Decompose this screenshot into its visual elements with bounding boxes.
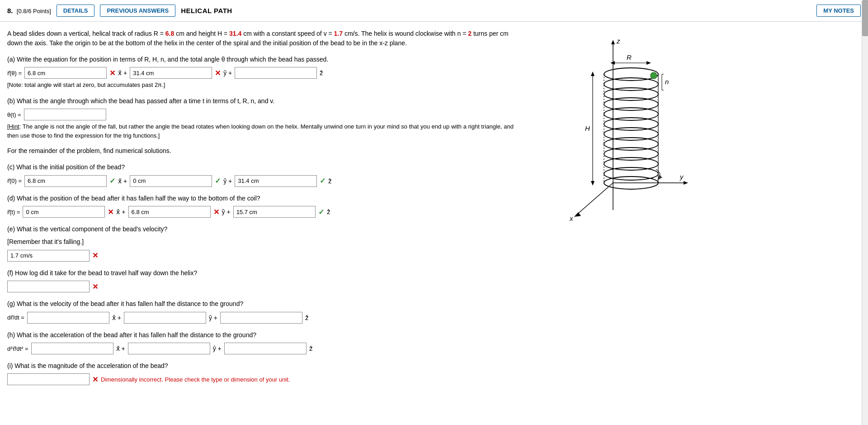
part-c-section: (c) What is the initial position of the …	[7, 162, 523, 186]
part-a-input3[interactable]	[235, 67, 317, 79]
part-d-vec-label: r⃗(t) =	[7, 209, 20, 215]
part-a-input1[interactable]	[24, 67, 107, 79]
part-g-section: (g) What is the velocity of the bead aft…	[7, 299, 523, 323]
svg-marker-10	[591, 72, 594, 76]
part-h-plus2: ŷ +	[213, 345, 222, 352]
part-g-plus2: ŷ +	[209, 314, 217, 321]
part-d-input2[interactable]	[128, 206, 211, 218]
part-d-hat3: ẑ	[327, 208, 330, 215]
svg-marker-4	[684, 181, 688, 185]
svg-point-35	[651, 72, 657, 79]
part-e-section: (e) What is the vertical component of th…	[7, 224, 523, 262]
part-c-plus2: ŷ +	[223, 177, 232, 185]
part-c-label: (c) What is the initial position of the …	[7, 162, 523, 172]
svg-point-22	[604, 78, 658, 91]
part-e-sublabel: [Remember that it's falling.]	[7, 237, 523, 247]
svg-marker-11	[591, 181, 594, 186]
part-a-note: [Note: total angle will start at zero, b…	[7, 81, 523, 90]
part-b-section: (b) What is the angle through which the …	[7, 96, 523, 140]
part-d-input3[interactable]	[233, 206, 316, 218]
part-f-input[interactable]	[7, 281, 90, 292]
part-c-status2: ✓	[215, 177, 221, 185]
svg-marker-7	[574, 212, 581, 217]
part-e-status: ✕	[92, 251, 98, 260]
part-a-vec-label: r⃗(θ) =	[7, 70, 22, 76]
right-panel: z y x H	[532, 29, 694, 392]
part-g-input2[interactable]	[124, 312, 206, 324]
details-button[interactable]: DETAILS	[57, 5, 95, 17]
part-b-input[interactable]	[24, 109, 106, 120]
part-a-label: (a) Write the equation for the position …	[7, 54, 523, 64]
part-g-label: (g) What is the velocity of the bead aft…	[7, 299, 523, 309]
part-h-input1[interactable]	[31, 343, 113, 354]
part-i-section: (i) What is the magnitude of the acceler…	[7, 361, 523, 385]
header-left: 8. [0.8/6 Points] DETAILS PREVIOUS ANSWE…	[7, 5, 811, 17]
part-h-section: (h) What is the acceleration of the bead…	[7, 330, 523, 354]
part-f-input-row: ✕	[7, 281, 523, 292]
part-g-vec-label: dr⃗/dt =	[7, 314, 24, 321]
svg-text:H: H	[585, 124, 590, 132]
part-h-label: (h) What is the acceleration of the bead…	[7, 330, 523, 340]
part-d-plus1: x̂ +	[116, 208, 125, 215]
part-i-input[interactable]	[7, 373, 90, 385]
part-i-status: ✕	[92, 375, 98, 384]
svg-point-25	[604, 108, 658, 120]
part-g-hat3: ẑ	[305, 314, 308, 321]
part-i-input-row: ✕ Dimensionally incorrect. Please check …	[7, 373, 523, 385]
problem-title: HELICAL PATH	[181, 7, 232, 14]
previous-answers-button[interactable]: PREVIOUS ANSWERS	[100, 5, 175, 17]
part-a-status2: ✕	[215, 69, 221, 77]
svg-text:x: x	[569, 215, 573, 222]
svg-point-29	[604, 148, 658, 160]
part-i-error: Dimensionally incorrect. Please check th…	[101, 376, 290, 383]
svg-marker-1	[611, 40, 615, 44]
part-d-section: (d) What is the position of the bead aft…	[7, 193, 523, 218]
part-c-input2[interactable]	[130, 175, 212, 187]
part-b-hint: [Hint: The angle is not the angle of the…	[7, 122, 523, 140]
part-a-status1: ✕	[109, 69, 115, 77]
with-word: with	[444, 30, 456, 37]
part-a-section: (a) Write the equation for the position …	[7, 54, 523, 90]
svg-text:y: y	[679, 173, 684, 181]
part-c-hat3: ẑ	[328, 177, 331, 185]
part-h-input3[interactable]	[224, 343, 307, 354]
part-c-input3[interactable]	[235, 175, 317, 187]
part-b-label: (b) What is the angle through which the …	[7, 96, 523, 106]
svg-text:R: R	[627, 53, 632, 61]
problem-number: 8. [0.8/6 Points]	[7, 7, 51, 14]
part-a-hat3: ẑ	[320, 69, 323, 76]
part-g-input3[interactable]	[220, 312, 302, 324]
svg-point-24	[604, 98, 658, 110]
svg-point-21	[604, 68, 658, 81]
svg-point-26	[604, 118, 658, 130]
part-f-section: (f) How log did it take for the bead to …	[7, 268, 523, 292]
part-c-vec-label: r⃗(0) =	[7, 177, 22, 184]
part-d-plus2: ŷ +	[222, 208, 231, 215]
svg-point-30	[604, 158, 658, 170]
part-a-input2[interactable]	[130, 67, 212, 79]
part-e-input[interactable]	[7, 250, 90, 262]
helix-svg: z y x H	[536, 33, 690, 228]
part-h-input2[interactable]	[128, 343, 210, 354]
part-c-input-row: r⃗(0) = ✓ x̂ + ✓ ŷ + ✓ ẑ	[7, 175, 523, 187]
part-h-vec-label: d²r⃗/dt² =	[7, 345, 28, 352]
part-b-theta-label: θ(t) =	[7, 111, 21, 118]
part-d-input1[interactable]	[23, 206, 105, 218]
part-g-input-row: dr⃗/dt = x̂ + ŷ + ẑ	[7, 312, 523, 324]
my-notes-button[interactable]: MY NOTES	[816, 5, 861, 17]
left-panel: A bead slides down a vertical, helical t…	[7, 29, 532, 392]
part-d-status1: ✕	[108, 208, 113, 216]
scrollbar[interactable]	[862, 0, 868, 399]
scrollbar-thumb[interactable]	[862, 0, 868, 36]
svg-line-6	[577, 183, 613, 215]
part-g-input1[interactable]	[27, 312, 109, 324]
intro-section: A bead slides down a vertical, helical t…	[7, 29, 523, 48]
part-d-input-row: r⃗(t) = ✕ x̂ + ✕ ŷ + ✓ ẑ	[7, 206, 523, 218]
part-h-input-row: d²r⃗/dt² = x̂ + ŷ + ẑ	[7, 343, 523, 354]
part-d-label: (d) What is the position of the bead aft…	[7, 193, 523, 203]
part-c-input1[interactable]	[24, 175, 107, 187]
part-d-status3: ✓	[318, 208, 324, 216]
part-e-input-row: ✕	[7, 250, 523, 262]
part-c-status1: ✓	[109, 177, 115, 185]
part-d-status2: ✕	[213, 208, 219, 216]
